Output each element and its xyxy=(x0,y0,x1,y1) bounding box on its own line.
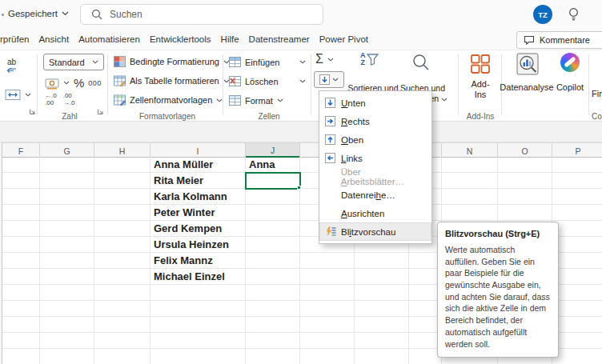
cell-i7[interactable]: Felix Mannz xyxy=(150,253,246,269)
delete-cells-button[interactable]: Löschen xyxy=(229,76,306,86)
cell-p10[interactable] xyxy=(552,301,602,317)
format-as-table-button[interactable]: Als Tabelle formatieren xyxy=(114,75,230,86)
conditional-formatting-button[interactable]: Bedingte Formatierung xyxy=(114,56,230,67)
alignment-dialog-launcher[interactable] xyxy=(29,108,36,115)
number-format-dropdown[interactable]: Standard xyxy=(43,54,104,70)
cell-g8[interactable] xyxy=(40,269,94,285)
analyze-data-icon[interactable] xyxy=(516,52,540,76)
cell-i8[interactable]: Michael Einzel xyxy=(150,269,246,285)
cell-j11[interactable] xyxy=(246,317,300,333)
cell-n2[interactable] xyxy=(442,173,498,189)
search-input[interactable] xyxy=(110,9,294,20)
cell-styles-button[interactable]: Zellenformatvorlagen xyxy=(114,94,223,106)
cell-p2[interactable] xyxy=(552,173,602,189)
cell-f10[interactable] xyxy=(2,301,40,317)
tab-rpr-fen[interactable]: rprüfen xyxy=(0,33,29,46)
cell-p4[interactable] xyxy=(552,205,602,221)
cell-i1[interactable]: Anna Müller xyxy=(150,157,246,173)
cell-g2[interactable] xyxy=(40,173,94,189)
wrap-text-button[interactable]: ab xyxy=(6,58,17,74)
cell-g11[interactable] xyxy=(40,317,94,333)
cell-j7[interactable] xyxy=(246,253,300,269)
cell-p9[interactable] xyxy=(552,285,602,301)
cell-g9[interactable] xyxy=(40,285,94,301)
menu-item-links[interactable]: Links xyxy=(319,149,431,167)
cell-h4[interactable] xyxy=(94,205,150,221)
column-header-g[interactable]: G xyxy=(40,143,94,158)
column-header-p[interactable]: P xyxy=(552,143,602,158)
cell-f11[interactable] xyxy=(2,317,40,333)
decrease-decimal-button[interactable]: .00→.0 xyxy=(63,92,75,106)
cell-k13[interactable] xyxy=(300,349,355,364)
cell-o3[interactable] xyxy=(498,189,552,205)
tab-entwicklertools[interactable]: Entwicklertools xyxy=(150,33,211,46)
cell-f1[interactable] xyxy=(2,157,40,173)
cell-p11[interactable] xyxy=(552,317,602,333)
cell-n1[interactable] xyxy=(442,157,498,173)
cell-f2[interactable] xyxy=(2,173,40,189)
saved-status-dropdown[interactable]: Gespeichert xyxy=(8,9,69,18)
cell-l13[interactable] xyxy=(355,349,409,364)
cell-h10[interactable] xyxy=(94,301,150,317)
cell-n3[interactable] xyxy=(442,189,498,205)
accounting-format-button[interactable]: % 000 xyxy=(45,76,102,90)
cell-p3[interactable] xyxy=(552,189,602,205)
add-ins-icon[interactable] xyxy=(470,54,491,74)
cell-i4[interactable]: Peter Winter xyxy=(150,205,246,221)
cell-i9[interactable] xyxy=(150,285,246,301)
cell-p5[interactable] xyxy=(552,221,602,237)
cell-f6[interactable] xyxy=(2,237,40,253)
column-header-f[interactable]: F xyxy=(2,143,40,158)
cell-j6[interactable] xyxy=(246,237,300,253)
cell-h11[interactable] xyxy=(94,317,150,333)
merge-center-button[interactable] xyxy=(5,89,31,101)
cell-p8[interactable] xyxy=(552,269,602,285)
cell-g6[interactable] xyxy=(40,237,94,253)
format-cells-button[interactable]: Format xyxy=(229,95,283,106)
menu-item-blitzvorschau[interactable]: Blitzvorschau xyxy=(319,222,431,241)
cell-g1[interactable] xyxy=(40,157,94,173)
cell-p1[interactable] xyxy=(552,157,602,173)
column-header-j[interactable]: J xyxy=(246,143,300,158)
comma-style-button[interactable]: 000 xyxy=(88,79,102,87)
cell-h6[interactable] xyxy=(94,237,150,253)
cell-g13[interactable] xyxy=(40,349,94,364)
cell-h2[interactable] xyxy=(94,173,150,189)
cell-f8[interactable] xyxy=(2,269,40,285)
menu-item-datenreihe[interactable]: Datenreihe… xyxy=(319,186,431,204)
cell-l12[interactable] xyxy=(355,333,409,349)
tab-power-pivot[interactable]: Power Pivot xyxy=(319,33,368,46)
cell-i5[interactable]: Gerd Kempen xyxy=(150,221,246,237)
cell-i3[interactable]: Karla Kolmann xyxy=(150,189,246,205)
tab-hilfe[interactable]: Hilfe xyxy=(221,33,239,46)
cell-j13[interactable] xyxy=(246,349,300,364)
insert-cells-button[interactable]: Einfügen xyxy=(229,57,306,67)
search-box[interactable] xyxy=(80,4,323,25)
cell-i2[interactable]: Rita Meier xyxy=(150,173,246,189)
menu-item-ausrichten[interactable]: Ausrichten xyxy=(319,204,431,222)
increase-decimal-button[interactable]: ←.0.00 xyxy=(45,92,57,106)
cell-j9[interactable] xyxy=(246,285,300,301)
cell-g7[interactable] xyxy=(40,253,94,269)
cell-o2[interactable] xyxy=(498,173,552,189)
cell-i6[interactable]: Ursula Heinzen xyxy=(150,237,246,253)
cell-h12[interactable] xyxy=(94,333,150,349)
zahl-dialog-launcher[interactable] xyxy=(97,108,104,115)
cell-g5[interactable] xyxy=(40,221,94,237)
cell-o1[interactable] xyxy=(498,157,552,173)
sort-filter-button[interactable]: AZ xyxy=(360,52,379,67)
cell-f13[interactable] xyxy=(2,349,40,364)
column-header-h[interactable]: H xyxy=(94,143,150,158)
cell-o4[interactable] xyxy=(498,205,552,221)
cell-l10[interactable] xyxy=(355,301,409,317)
copilot-icon[interactable] xyxy=(560,53,580,72)
cell-f9[interactable] xyxy=(2,285,40,301)
autosum-button[interactable]: Σ xyxy=(315,53,334,66)
cell-h9[interactable] xyxy=(94,285,150,301)
comments-button[interactable]: Kommentare xyxy=(516,31,602,49)
cell-i10[interactable] xyxy=(150,301,246,317)
cell-h8[interactable] xyxy=(94,269,150,285)
column-header-n[interactable]: N xyxy=(442,143,498,158)
cell-f4[interactable] xyxy=(2,205,40,221)
cell-k9[interactable] xyxy=(300,285,355,301)
